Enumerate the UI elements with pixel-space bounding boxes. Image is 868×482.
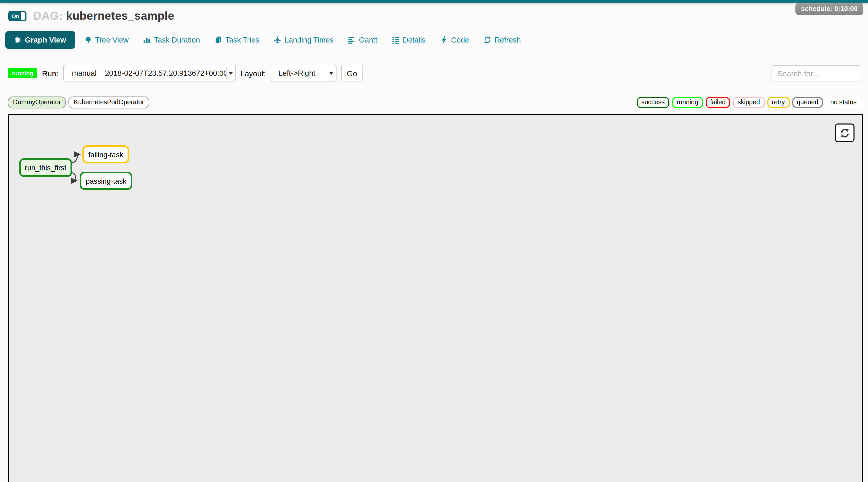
graph-canvas[interactable]: run_this_first failing-task passing-task bbox=[8, 114, 863, 482]
chevron-down-icon bbox=[327, 72, 336, 74]
task-node-run-this-first[interactable]: run_this_first bbox=[19, 158, 72, 177]
bar-chart-icon bbox=[143, 36, 150, 43]
layout-select-value: Left->Right bbox=[271, 69, 327, 77]
schedule-badge: schedule: 0:10:00 bbox=[796, 3, 863, 15]
run-controls: running Run: manual__2018-02-07T23:57:20… bbox=[0, 65, 868, 82]
tab-task-tries[interactable]: Task Tries bbox=[207, 32, 267, 48]
search-input[interactable] bbox=[772, 65, 861, 81]
status-success: success bbox=[637, 97, 669, 108]
status-queued: queued bbox=[792, 97, 823, 108]
tab-details[interactable]: Details bbox=[384, 32, 433, 48]
tab-label: Details bbox=[403, 36, 426, 44]
legend-operator-dummy: DummyOperator bbox=[8, 96, 66, 109]
task-node-passing-task[interactable]: passing-task bbox=[80, 172, 132, 190]
go-button[interactable]: Go bbox=[341, 65, 363, 82]
status-no-status: no status bbox=[826, 97, 861, 108]
tab-gantt[interactable]: Gantt bbox=[341, 32, 384, 48]
task-node-failing-task[interactable]: failing-task bbox=[83, 145, 129, 163]
tree-icon bbox=[84, 36, 92, 43]
top-accent-bar bbox=[0, 0, 868, 3]
status-failed: failed bbox=[706, 97, 730, 108]
tab-label: Gantt bbox=[359, 36, 377, 44]
refresh-icon bbox=[840, 128, 849, 138]
dag-edges bbox=[9, 115, 864, 482]
edge-run-to-passing bbox=[72, 173, 77, 181]
status-running: running bbox=[672, 97, 703, 108]
tab-label: Tree View bbox=[95, 36, 129, 44]
copy-icon bbox=[214, 36, 222, 43]
tab-label: Task Tries bbox=[225, 36, 259, 44]
legend-row: DummyOperator KubernetesPodOperator succ… bbox=[0, 91, 868, 109]
toggle-knob bbox=[21, 12, 25, 20]
list-icon bbox=[392, 36, 399, 43]
tab-refresh[interactable]: Refresh bbox=[476, 32, 528, 48]
status-retry: retry bbox=[767, 97, 789, 108]
layout-select[interactable]: Left->Right bbox=[271, 65, 337, 82]
dag-pause-toggle[interactable]: On bbox=[8, 11, 26, 21]
edge-run-to-failing bbox=[72, 154, 80, 163]
legend-operator-kubernetespod: KubernetesPodOperator bbox=[69, 96, 149, 109]
run-state-badge: running bbox=[8, 68, 37, 78]
align-left-icon bbox=[348, 36, 355, 43]
page-title: DAG: kubernetes_sample bbox=[33, 9, 174, 23]
plane-icon bbox=[274, 36, 281, 43]
chevron-down-icon bbox=[226, 72, 235, 74]
tab-task-duration[interactable]: Task Duration bbox=[136, 32, 207, 48]
tab-code[interactable]: Code bbox=[433, 32, 476, 48]
tab-label: Refresh bbox=[494, 36, 521, 44]
tab-label: Landing Times bbox=[285, 36, 334, 44]
canvas-refresh-button[interactable] bbox=[835, 123, 855, 142]
layout-label: Layout: bbox=[240, 69, 266, 78]
tab-label: Graph View bbox=[25, 36, 66, 44]
status-skipped: skipped bbox=[733, 97, 765, 108]
dag-title-prefix: DAG: bbox=[33, 9, 63, 22]
airflow-graph-view-page: schedule: 0:10:00 On DAG: kubernetes_sam… bbox=[0, 0, 868, 482]
run-select-value: manual__2018-02-07T23:57:20.913672+00:00 bbox=[64, 69, 226, 77]
tab-graph-view[interactable]: Graph View bbox=[5, 31, 75, 49]
sunburst-icon bbox=[14, 36, 21, 43]
tab-label: Task Duration bbox=[154, 36, 200, 44]
dag-pause-toggle-label: On bbox=[12, 13, 19, 19]
tab-tree-view[interactable]: Tree View bbox=[77, 32, 136, 48]
dag-title-name: kubernetes_sample bbox=[66, 9, 175, 22]
refresh-icon bbox=[484, 36, 491, 43]
run-select[interactable]: manual__2018-02-07T23:57:20.913672+00:00 bbox=[63, 65, 236, 82]
bolt-icon bbox=[440, 36, 447, 43]
dag-header: On DAG: kubernetes_sample bbox=[0, 3, 868, 25]
view-tabs: Graph View Tree View Task Duration Task … bbox=[0, 25, 868, 49]
status-legend: success running failed skipped retry que… bbox=[637, 97, 861, 108]
tab-label: Code bbox=[451, 36, 469, 44]
tab-landing-times[interactable]: Landing Times bbox=[267, 32, 341, 48]
run-label: Run: bbox=[42, 69, 58, 78]
